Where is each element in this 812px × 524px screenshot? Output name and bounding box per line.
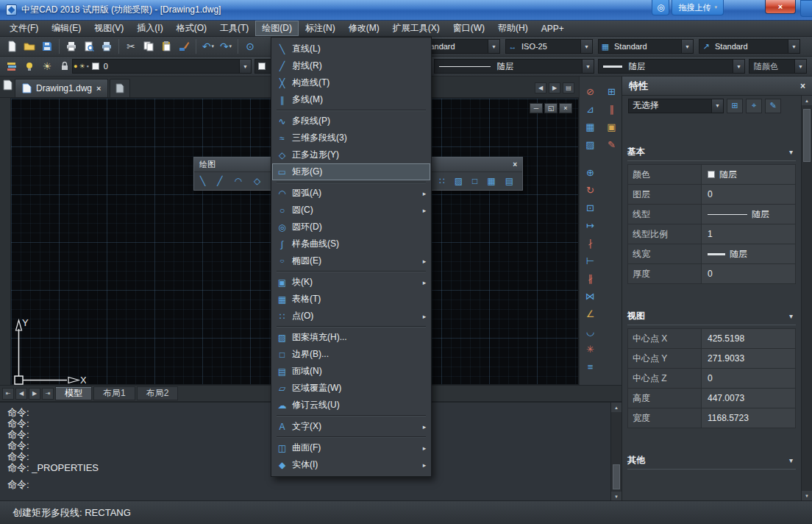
menu-item-text[interactable]: A 文字(X) ▸ bbox=[272, 418, 430, 435]
selection-combo[interactable]: 无选择 ▼ bbox=[628, 99, 724, 113]
bulb-icon[interactable]: ● bbox=[74, 63, 77, 70]
print-button[interactable] bbox=[63, 38, 80, 54]
combo-arrow-icon[interactable]: ▼ bbox=[580, 40, 592, 53]
menu-item-spline[interactable]: ∫ 样条曲线(S) bbox=[272, 236, 430, 252]
scroll-up-icon[interactable]: ▲ bbox=[802, 96, 812, 105]
layer-combo[interactable]: ● ☀ ▪ 0 ▼ bbox=[72, 59, 252, 74]
mleader-style-combo[interactable]: ↗ Standard ▼ bbox=[699, 39, 800, 54]
select-objects-button[interactable]: ⌖ bbox=[746, 99, 762, 113]
overlay-more-button[interactable] bbox=[800, 0, 812, 17]
scroll-up-icon[interactable]: ▲ bbox=[611, 403, 622, 412]
rotate-button[interactable]: ↻ bbox=[580, 181, 601, 199]
combo-arrow-icon[interactable]: ▼ bbox=[582, 60, 594, 73]
menu-item-surface[interactable]: ◫ 曲面(F) ▸ bbox=[272, 439, 430, 456]
hatch-icon[interactable]: ▨ bbox=[455, 176, 463, 186]
layer-thaw-button[interactable]: ☀ bbox=[38, 58, 56, 74]
new-document-tab-button[interactable] bbox=[110, 79, 130, 97]
menu-item-construction-line[interactable]: ╳ 构造线(T) bbox=[272, 74, 430, 91]
title-bar[interactable]: 中望CAD 2018 试用版 (功能受限) - [Drawing1.dwg] ◎… bbox=[0, 0, 812, 21]
toggle-pickadd-button[interactable]: ⊞ bbox=[727, 99, 743, 113]
menu-help[interactable]: 帮助(H) bbox=[491, 21, 535, 36]
document-tab-close-icon[interactable]: × bbox=[96, 84, 101, 93]
command-input-line[interactable]: 命令: bbox=[7, 479, 605, 490]
sun-icon[interactable]: ☀ bbox=[79, 63, 85, 70]
menu-edit[interactable]: 编辑(E) bbox=[45, 21, 88, 36]
move-button[interactable]: ⊕ bbox=[580, 163, 601, 181]
menu-item-solid[interactable]: ◆ 实体(I) ▸ bbox=[272, 456, 430, 473]
block-button[interactable]: ▣ bbox=[601, 118, 622, 135]
combo-arrow-icon[interactable]: ▼ bbox=[681, 40, 693, 53]
dim-style-combo[interactable]: ↔ ISO-25 ▼ bbox=[505, 39, 593, 54]
properties-panel-header[interactable]: 特性 × bbox=[622, 77, 812, 96]
save-button[interactable] bbox=[38, 38, 56, 54]
menu-express-tools[interactable]: 扩展工具(X) bbox=[386, 21, 446, 36]
menu-item-point[interactable]: ∷ 点(O) ▸ bbox=[272, 308, 430, 325]
section-collapse-icon[interactable]: ▾ bbox=[789, 312, 796, 320]
upload-button[interactable]: 拖搜上传 ▾ bbox=[672, 0, 724, 15]
menu-app-plus[interactable]: APP+ bbox=[535, 21, 571, 36]
menu-item-revision-cloud[interactable]: ☁ 修订云线(U) bbox=[272, 397, 430, 414]
section-collapse-icon[interactable]: ▾ bbox=[789, 456, 796, 464]
region-icon[interactable]: ▤ bbox=[505, 176, 513, 186]
command-scrollbar-thumb[interactable] bbox=[613, 464, 620, 489]
menu-insert[interactable]: 插入(I) bbox=[130, 21, 169, 36]
menu-item-ray[interactable]: ╱ 射线(R) bbox=[272, 57, 430, 74]
menu-item-wipeout[interactable]: ▱ 区域覆盖(W) bbox=[272, 380, 430, 397]
properties-scrollbar-thumb[interactable] bbox=[803, 109, 811, 162]
tab-layout1[interactable]: 布局1 bbox=[93, 386, 135, 400]
tab-model[interactable]: 模型 bbox=[55, 386, 92, 400]
copy-button[interactable] bbox=[140, 38, 157, 54]
line-icon[interactable]: ╲ bbox=[200, 176, 205, 186]
section-other[interactable]: 其他 ▾ bbox=[627, 452, 796, 470]
combo-arrow-icon[interactable]: ▼ bbox=[794, 60, 806, 73]
screenshot-tool-icon[interactable]: ◎ bbox=[652, 0, 669, 15]
new-button[interactable] bbox=[3, 38, 21, 54]
scale-button[interactable]: ⊡ bbox=[580, 199, 601, 216]
polygon-icon[interactable]: ◇ bbox=[254, 176, 260, 186]
mirror-button[interactable]: ⊿ bbox=[580, 100, 601, 118]
menu-item-ellipse[interactable]: ○ 椭圆(E) ▸ bbox=[272, 252, 430, 269]
section-view[interactable]: 视图 ▾ bbox=[627, 308, 796, 325]
print-preview-button[interactable] bbox=[80, 38, 98, 54]
lineweight-combo[interactable]: 随层 ▼ bbox=[598, 59, 745, 74]
scroll-down-icon[interactable]: ▼ bbox=[802, 491, 812, 500]
hatch-edit-button[interactable]: ▨ bbox=[580, 135, 601, 153]
tab-nav-first-button[interactable]: ⇤ bbox=[2, 388, 14, 400]
layer-properties-button[interactable] bbox=[3, 58, 21, 74]
menu-item-multiline[interactable]: ∥ 多线(M) bbox=[272, 91, 430, 108]
command-scrollbar[interactable]: ▲ ▼ bbox=[610, 403, 622, 501]
stretch-button[interactable]: ↦ bbox=[580, 216, 601, 234]
ray-icon[interactable]: ╱ bbox=[217, 176, 222, 186]
close-button[interactable]: × bbox=[765, 0, 796, 14]
lock-icon[interactable]: ▪ bbox=[87, 63, 89, 70]
section-basic[interactable]: 基本 ▾ bbox=[627, 144, 796, 161]
child-minimize-button[interactable]: ─ bbox=[530, 103, 543, 113]
open-button[interactable] bbox=[21, 38, 38, 54]
align-button[interactable]: ≡ bbox=[580, 358, 601, 375]
trim-button[interactable]: ∤ bbox=[580, 234, 601, 252]
match-properties-button[interactable] bbox=[175, 38, 193, 54]
tab-scroll-right-button[interactable]: ▶ bbox=[549, 82, 560, 93]
menu-item-polygon[interactable]: ◇ 正多边形(Y) bbox=[272, 146, 430, 163]
layer-lock-button[interactable] bbox=[56, 58, 74, 74]
join-button[interactable]: ⋈ bbox=[580, 287, 601, 305]
menu-item-polyline[interactable]: ∿ 多段线(P) bbox=[272, 113, 430, 130]
menu-file[interactable]: 文件(F) bbox=[3, 21, 45, 36]
menu-format[interactable]: 格式(O) bbox=[170, 21, 213, 36]
quick-select-button[interactable]: ✎ bbox=[765, 99, 781, 113]
layer-states-button[interactable] bbox=[21, 58, 38, 74]
tab-layout2[interactable]: 布局2 bbox=[137, 386, 179, 400]
combo-arrow-icon[interactable]: ▼ bbox=[711, 99, 723, 113]
tab-nav-last-button[interactable]: ⇥ bbox=[42, 388, 54, 400]
combo-arrow-icon[interactable]: ▼ bbox=[488, 40, 499, 53]
tab-nav-prev-button[interactable]: ◀ bbox=[15, 388, 27, 400]
fillet-button[interactable]: ◡ bbox=[580, 322, 601, 340]
tab-nav-next-button[interactable]: ▶ bbox=[29, 388, 40, 400]
linetype-combo[interactable]: 随层 ▼ bbox=[434, 59, 594, 74]
menu-view[interactable]: 视图(V) bbox=[88, 21, 130, 36]
menu-item-circle[interactable]: ○ 圆(C) ▸ bbox=[272, 202, 430, 219]
menu-tools[interactable]: 工具(T) bbox=[213, 21, 255, 36]
menu-item-arc[interactable]: ◠ 圆弧(A) ▸ bbox=[272, 185, 430, 202]
menu-item-3d-polyline[interactable]: ≈ 三维多段线(3) bbox=[272, 130, 430, 146]
combo-arrow-icon[interactable]: ▼ bbox=[733, 60, 744, 73]
